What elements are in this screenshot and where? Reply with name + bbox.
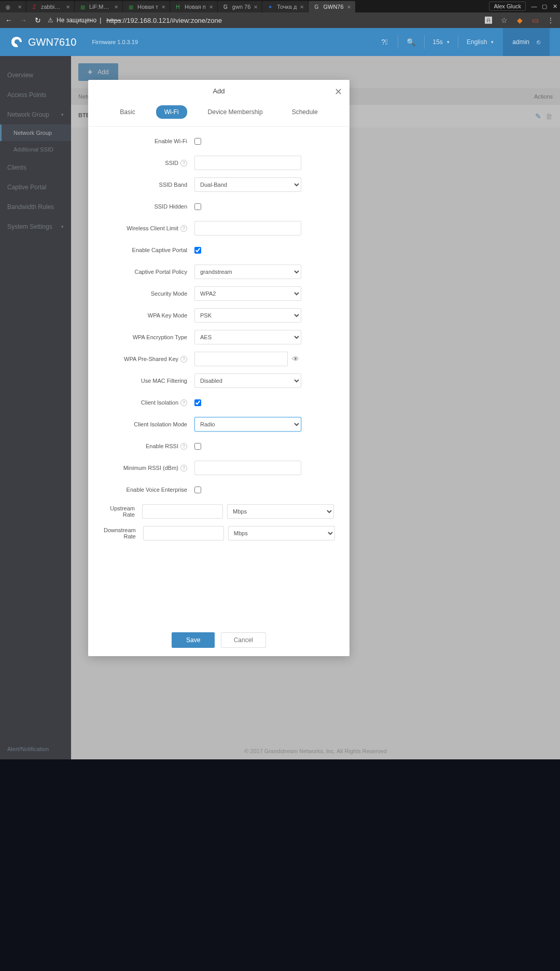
security-mode-label: Security Mode (104, 290, 194, 297)
captive-label: Enable Captive Portal (104, 247, 194, 253)
tab-schedule[interactable]: Schedule (284, 105, 326, 119)
browser-tab[interactable]: ▦LiF:MMO✕ (75, 1, 122, 12)
help-icon[interactable]: ? (180, 443, 187, 450)
tab-close-icon[interactable]: ✕ (161, 4, 165, 10)
add-modal: Add ✕ Basic Wi-Fi Device Membership Sche… (88, 80, 349, 656)
tab-title: gwn 76 (232, 4, 250, 10)
ext-icon-2[interactable]: ▭ (530, 16, 540, 24)
url-text[interactable]: https://192.168.0.121/#view:zone/zone (106, 17, 222, 24)
downstream-input[interactable] (143, 526, 224, 540)
modal-tabs: Basic Wi-Fi Device Membership Schedule (88, 102, 349, 127)
browser-tab[interactable]: Ggwn 76✕ (218, 1, 262, 12)
save-button[interactable]: Save (172, 632, 215, 648)
maximize-icon[interactable]: ▢ (539, 3, 550, 10)
tab-close-icon[interactable]: ✕ (209, 4, 213, 10)
tab-close-icon[interactable]: ✕ (254, 4, 258, 10)
translate-icon[interactable]: 🅰 (483, 16, 494, 24)
help-icon[interactable]: ? (180, 225, 187, 232)
warning-icon: ⚠ (48, 17, 53, 24)
tab-favicon-icon: ◎ (4, 3, 11, 10)
help-icon[interactable]: ? (180, 399, 187, 406)
browser-tab[interactable]: ▦Новая т✕ (123, 1, 170, 12)
tab-title: Новая п (185, 4, 206, 10)
captive-policy-select[interactable]: grandstream (194, 265, 301, 279)
downstream-unit-select[interactable]: Mbps (228, 526, 335, 540)
reload-icon[interactable]: ↻ (33, 16, 43, 24)
cancel-button[interactable]: Cancel (221, 632, 266, 648)
tab-close-icon[interactable]: ✕ (347, 4, 351, 10)
tab-title: LiF:MMO (89, 4, 111, 10)
browser-tab[interactable]: GGWN76✕ (309, 1, 355, 12)
wpa-mode-select[interactable]: PSK (194, 308, 301, 323)
isolation-checkbox[interactable] (194, 399, 201, 406)
refresh-dropdown[interactable]: 15s▾ (429, 38, 454, 46)
voice-checkbox[interactable] (194, 487, 201, 493)
captive-checkbox[interactable] (194, 247, 201, 254)
tab-device[interactable]: Device Membership (200, 105, 271, 119)
mac-filter-select[interactable]: Disabled (194, 373, 301, 388)
close-window-icon[interactable]: ✕ (550, 3, 560, 10)
forward-icon[interactable]: → (19, 16, 28, 24)
tab-close-icon[interactable]: ✕ (300, 4, 304, 10)
chevron-down-icon: ▾ (491, 39, 494, 45)
help-icon[interactable]: ? (180, 465, 187, 471)
tab-title: GWN76 (323, 4, 343, 10)
tab-title: Точка д (277, 4, 297, 10)
client-limit-input[interactable] (194, 221, 301, 235)
tab-wifi[interactable]: Wi-Fi (156, 105, 187, 119)
ssid-hidden-checkbox[interactable] (194, 203, 201, 210)
min-rssi-label: Minimum RSSI (dBm) (123, 465, 178, 471)
search-icon[interactable]: 🔍 (402, 38, 420, 46)
upstream-input[interactable] (142, 504, 223, 519)
user-menu[interactable]: admin⎋ (503, 28, 550, 56)
browser-tab[interactable]: ✶Точка д✕ (262, 1, 308, 12)
isolation-mode-select[interactable]: Radio (194, 417, 301, 432)
security-mode-select[interactable]: WPA2 (194, 286, 301, 301)
brand-logo-icon (10, 36, 23, 48)
tab-title: zabbix.bt (41, 4, 63, 10)
rssi-checkbox[interactable] (194, 443, 201, 450)
sidebar-footer[interactable]: Alert/Notification (0, 739, 71, 759)
tab-favicon-icon: ▦ (127, 3, 134, 10)
help-icon[interactable]: ?⃝ (376, 38, 394, 46)
psk-input[interactable] (194, 352, 288, 366)
rssi-label: Enable RSSI (146, 443, 178, 449)
logout-icon[interactable]: ⎋ (537, 38, 540, 46)
min-rssi-input[interactable] (194, 461, 301, 475)
enable-wifi-checkbox[interactable] (194, 138, 201, 145)
address-bar: ← → ↻ ⚠ Не защищено | https://192.168.0.… (0, 12, 560, 28)
ext-icon-1[interactable]: ◆ (514, 16, 525, 24)
help-icon[interactable]: ? (180, 160, 187, 167)
security-badge[interactable]: ⚠ Не защищено | (48, 17, 101, 24)
tab-favicon-icon: ✶ (267, 3, 274, 10)
browser-profile[interactable]: Alex Gluck (489, 2, 526, 11)
close-icon[interactable]: ✕ (334, 86, 342, 98)
wpa-enc-select[interactable]: AES (194, 330, 301, 344)
browser-tab[interactable]: HНовая п✕ (170, 1, 217, 12)
eye-icon[interactable]: 👁 (292, 355, 299, 363)
help-icon[interactable]: ? (180, 356, 187, 363)
ssid-band-select[interactable]: Dual-Band (194, 177, 301, 192)
tab-close-icon[interactable]: ✕ (114, 4, 118, 10)
star-icon[interactable]: ☆ (499, 16, 509, 24)
language-dropdown[interactable]: English▾ (463, 38, 498, 46)
ssid-input[interactable] (194, 156, 301, 170)
menu-icon[interactable]: ⋮ (545, 16, 556, 24)
browser-tab[interactable]: Zzabbix.bt✕ (26, 1, 74, 12)
mac-filter-label: Use MAC Filtering (104, 378, 194, 384)
tab-title: Новая т (137, 4, 158, 10)
back-icon[interactable]: ← (4, 16, 13, 24)
tab-close-icon[interactable]: ✕ (66, 4, 70, 10)
tab-close-icon[interactable]: ✕ (18, 4, 22, 10)
browser-tab-bar: ◎✕Zzabbix.bt✕▦LiF:MMO✕▦Новая т✕HНовая п✕… (0, 0, 560, 12)
upstream-unit-select[interactable]: Mbps (227, 504, 334, 519)
browser-tab[interactable]: ◎✕ (0, 1, 26, 12)
enable-wifi-label: Enable Wi-Fi (104, 138, 194, 144)
isolation-label: Client Isolation (141, 399, 178, 406)
tab-favicon-icon: ▦ (79, 3, 86, 10)
tab-basic[interactable]: Basic (111, 105, 143, 119)
psk-label: WPA Pre-Shared Key (124, 356, 178, 362)
minimize-icon[interactable]: — (529, 3, 539, 9)
downstream-label: Downstream Rate (104, 527, 143, 539)
upstream-label: Upstream Rate (104, 505, 142, 518)
